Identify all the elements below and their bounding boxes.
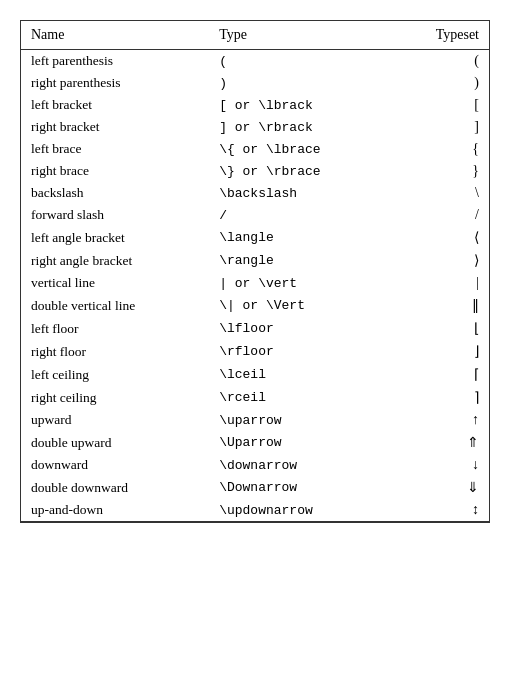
table-row: backslash\backslash\: [21, 182, 489, 204]
table-row: right floor\rfloor⌋: [21, 340, 489, 363]
cell-name: right angle bracket: [21, 249, 209, 272]
table-row: left floor\lfloor⌊: [21, 317, 489, 340]
cell-name: left brace: [21, 138, 209, 160]
cell-name: up-and-down: [21, 499, 209, 522]
cell-type: \updownarrow: [209, 499, 393, 522]
cell-type: \rceil: [209, 386, 393, 409]
cell-name: right ceiling: [21, 386, 209, 409]
col-header-type: Type: [209, 21, 393, 50]
col-header-typeset: Typeset: [393, 21, 489, 50]
cell-typeset: ⇑: [393, 431, 489, 454]
cell-type: | or \vert: [209, 272, 393, 294]
table-row: right brace\} or \rbrace}: [21, 160, 489, 182]
cell-typeset: |: [393, 272, 489, 294]
cell-typeset: ↕: [393, 499, 489, 522]
cell-type: \lceil: [209, 363, 393, 386]
cell-name: left angle bracket: [21, 226, 209, 249]
cell-typeset: ⇓: [393, 476, 489, 499]
table-row: upward\uparrow↑: [21, 409, 489, 431]
cell-name: vertical line: [21, 272, 209, 294]
cell-type: \rfloor: [209, 340, 393, 363]
cell-type: \backslash: [209, 182, 393, 204]
cell-typeset: (: [393, 50, 489, 73]
cell-type: \rangle: [209, 249, 393, 272]
cell-type: \{ or \lbrace: [209, 138, 393, 160]
cell-name: downward: [21, 454, 209, 476]
cell-name: left parenthesis: [21, 50, 209, 73]
cell-name: double downward: [21, 476, 209, 499]
table-row: left angle bracket\langle⟨: [21, 226, 489, 249]
table-row: vertical line| or \vert|: [21, 272, 489, 294]
cell-name: double vertical line: [21, 294, 209, 317]
cell-name: right brace: [21, 160, 209, 182]
table-header-row: Name Type Typeset: [21, 21, 489, 50]
cell-typeset: {: [393, 138, 489, 160]
cell-typeset: ⌊: [393, 317, 489, 340]
cell-type: \langle: [209, 226, 393, 249]
cell-type: \lfloor: [209, 317, 393, 340]
table-row: left parenthesis((: [21, 50, 489, 73]
table-row: left bracket[ or \lbrack[: [21, 94, 489, 116]
cell-type: \Uparrow: [209, 431, 393, 454]
cell-typeset: /: [393, 204, 489, 226]
table-row: double downward\Downarrow⇓: [21, 476, 489, 499]
main-table-container: Name Type Typeset left parenthesis((righ…: [20, 20, 490, 523]
cell-type: ): [209, 72, 393, 94]
cell-typeset: ↑: [393, 409, 489, 431]
cell-typeset: ⌉: [393, 386, 489, 409]
table-row: left ceiling\lceil⌈: [21, 363, 489, 386]
cell-typeset: ⌋: [393, 340, 489, 363]
cell-typeset: \: [393, 182, 489, 204]
cell-name: double upward: [21, 431, 209, 454]
cell-name: left bracket: [21, 94, 209, 116]
cell-type: \} or \rbrace: [209, 160, 393, 182]
cell-typeset: [: [393, 94, 489, 116]
table-row: downward\downarrow↓: [21, 454, 489, 476]
table-row: double vertical line\| or \Vert‖: [21, 294, 489, 317]
table-row: right ceiling\rceil⌉: [21, 386, 489, 409]
cell-type: /: [209, 204, 393, 226]
cell-typeset: ⟨: [393, 226, 489, 249]
table-row: left brace\{ or \lbrace{: [21, 138, 489, 160]
cell-type: [ or \lbrack: [209, 94, 393, 116]
cell-type: (: [209, 50, 393, 73]
col-header-name: Name: [21, 21, 209, 50]
cell-typeset: }: [393, 160, 489, 182]
cell-name: right parenthesis: [21, 72, 209, 94]
table-body: left parenthesis((right parenthesis))lef…: [21, 50, 489, 522]
cell-name: right bracket: [21, 116, 209, 138]
cell-type: \| or \Vert: [209, 294, 393, 317]
cell-type: \Downarrow: [209, 476, 393, 499]
table-row: double upward\Uparrow⇑: [21, 431, 489, 454]
table-row: up-and-down\updownarrow↕: [21, 499, 489, 522]
cell-type: \downarrow: [209, 454, 393, 476]
cell-name: upward: [21, 409, 209, 431]
cell-typeset: ⟩: [393, 249, 489, 272]
cell-name: left floor: [21, 317, 209, 340]
cell-name: left ceiling: [21, 363, 209, 386]
table-row: forward slash//: [21, 204, 489, 226]
cell-name: right floor: [21, 340, 209, 363]
cell-name: backslash: [21, 182, 209, 204]
cell-typeset: ): [393, 72, 489, 94]
cell-typeset: ]: [393, 116, 489, 138]
cell-typeset: ‖: [393, 294, 489, 317]
table-row: right bracket] or \rbrack]: [21, 116, 489, 138]
cell-typeset: ↓: [393, 454, 489, 476]
cell-name: forward slash: [21, 204, 209, 226]
cell-typeset: ⌈: [393, 363, 489, 386]
table-row: right angle bracket\rangle⟩: [21, 249, 489, 272]
table-row: right parenthesis)): [21, 72, 489, 94]
cell-type: \uparrow: [209, 409, 393, 431]
delimiters-table: Name Type Typeset left parenthesis((righ…: [21, 21, 489, 522]
cell-type: ] or \rbrack: [209, 116, 393, 138]
